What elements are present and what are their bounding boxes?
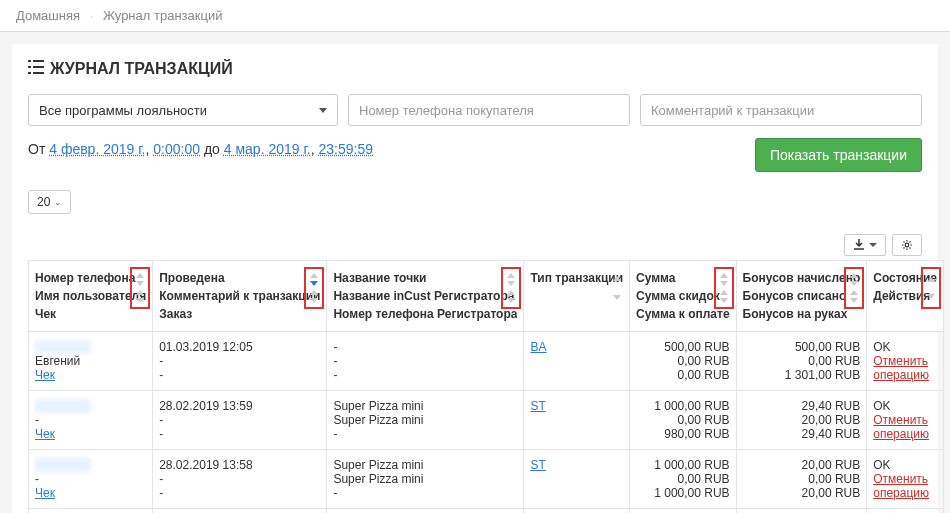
breadcrumb: Домашняя · Журнал транзакций — [0, 0, 950, 32]
chevron-down-icon: ⌄ — [54, 197, 62, 207]
sum-discount: 0,00 RUB — [636, 413, 730, 427]
from-time-link[interactable]: 0:00:00 — [153, 141, 200, 157]
bonus-accrued: 29,40 RUB — [743, 399, 861, 413]
col-bonus[interactable]: Бонусов начисленоБонусов списаноБонусов … — [736, 261, 867, 332]
bonus-accrued: 20,00 RUB — [743, 458, 861, 472]
bonus-balance: 29,40 RUB — [743, 427, 861, 441]
bonus-spent: 20,00 RUB — [743, 413, 861, 427]
col-phone[interactable]: Номер телефонаИмя пользователяЧек — [29, 261, 153, 332]
svg-rect-0 — [28, 60, 31, 62]
svg-rect-3 — [33, 66, 44, 68]
registrar-name: Super Pizza mini — [333, 472, 517, 486]
bonus-balance: 20,00 RUB — [743, 486, 861, 500]
table-row: ************ Евгений Чек 01.03.2019 12:0… — [29, 332, 944, 391]
sum-total: 500,00 RUB — [636, 340, 730, 354]
sort-indicator[interactable] — [921, 267, 941, 309]
phone-masked: ************ — [35, 458, 91, 472]
sort-indicator[interactable] — [304, 267, 324, 309]
bonus-spent: 0,00 RUB — [743, 354, 861, 368]
show-transactions-button[interactable]: Показать транзакции — [755, 138, 922, 172]
settings-button[interactable] — [892, 234, 922, 256]
from-date-link[interactable]: 4 февр. 2019 г. — [49, 141, 145, 157]
bonus-accrued: 500,00 RUB — [743, 340, 861, 354]
to-date-link[interactable]: 4 мар. 2019 г. — [224, 141, 311, 157]
sum-discount: 0,00 RUB — [636, 472, 730, 486]
table-row: ************ Галина Чек 22.02.2019 10:10… — [29, 509, 944, 514]
svg-point-6 — [905, 243, 909, 247]
tx-date: 28.02.2019 13:58 — [159, 458, 320, 472]
sum-total: 1 000,00 RUB — [636, 399, 730, 413]
chevron-down-icon — [319, 108, 327, 113]
loyalty-program-select[interactable]: Все программы лояльности — [28, 94, 338, 126]
col-sum[interactable]: СуммаСумма скидокСумма к оплате — [630, 261, 737, 332]
list-icon — [28, 60, 44, 78]
page-size-select[interactable]: 20⌄ — [28, 190, 71, 214]
svg-rect-2 — [28, 66, 31, 68]
point-name: Super Pizza mini — [333, 458, 517, 472]
check-link[interactable]: Чек — [35, 427, 55, 441]
registrar-name: Super Pizza mini — [333, 413, 517, 427]
point-name: - — [333, 340, 517, 354]
point-name: Super Pizza mini — [333, 399, 517, 413]
sort-indicator[interactable] — [714, 267, 734, 309]
tx-order: - — [159, 486, 320, 500]
sort-indicator[interactable] — [607, 267, 627, 309]
cancel-operation-link[interactable]: Отменить операцию — [873, 472, 929, 500]
tx-date: 28.02.2019 13:59 — [159, 399, 320, 413]
col-state[interactable]: СостояниеДействия — [867, 261, 944, 332]
tx-comment: - — [159, 354, 320, 368]
registrar-phone: - — [333, 486, 517, 500]
tx-type-link[interactable]: ST — [530, 458, 545, 472]
download-button[interactable] — [844, 234, 886, 256]
phone-masked: ************ — [35, 399, 91, 413]
tx-date: 01.03.2019 12:05 — [159, 340, 320, 354]
registrar-phone: - — [333, 368, 517, 382]
bonus-balance: 1 301,00 RUB — [743, 368, 861, 382]
tx-type-link[interactable]: BA — [530, 340, 546, 354]
comment-filter-input[interactable] — [651, 103, 911, 118]
cancel-operation-link[interactable]: Отменить операцию — [873, 413, 929, 441]
chevron-down-icon — [869, 243, 877, 247]
bonus-spent: 0,00 RUB — [743, 472, 861, 486]
col-type[interactable]: Тип транзакции — [524, 261, 630, 332]
state-label: OK — [873, 340, 937, 354]
table-row: ************ - Чек 28.02.2019 13:58 - - … — [29, 450, 944, 509]
state-label: OK — [873, 458, 937, 472]
tx-type-link[interactable]: ST — [530, 399, 545, 413]
tx-order: - — [159, 368, 320, 382]
to-time-link[interactable]: 23:59:59 — [319, 141, 374, 157]
page-title: ЖУРНАЛ ТРАНЗАКЦИЙ — [28, 60, 922, 78]
user-name: Евгений — [35, 354, 80, 368]
sort-indicator[interactable] — [844, 267, 864, 309]
sort-indicator[interactable] — [130, 267, 150, 309]
sum-topay: 0,00 RUB — [636, 368, 730, 382]
tx-order: - — [159, 427, 320, 441]
col-date[interactable]: ПроведенаКомментарий к транзакцииЗаказ — [153, 261, 327, 332]
tx-comment: - — [159, 472, 320, 486]
sum-discount: 0,00 RUB — [636, 354, 730, 368]
sort-indicator[interactable] — [501, 267, 521, 309]
check-link[interactable]: Чек — [35, 486, 55, 500]
state-label: OK — [873, 399, 937, 413]
svg-rect-1 — [33, 60, 44, 62]
cancel-operation-link[interactable]: Отменить операцию — [873, 354, 929, 382]
svg-rect-5 — [33, 72, 44, 74]
transactions-table: Номер телефонаИмя пользователяЧек Провед… — [28, 260, 944, 513]
table-row: ************ - Чек 28.02.2019 13:59 - - … — [29, 391, 944, 450]
col-point[interactable]: Название точкиНазвание inCust Регистрато… — [327, 261, 524, 332]
sum-topay: 980,00 RUB — [636, 427, 730, 441]
svg-rect-4 — [28, 72, 31, 74]
registrar-phone: - — [333, 427, 517, 441]
sum-total: 1 000,00 RUB — [636, 458, 730, 472]
phone-masked: ************ — [35, 340, 91, 354]
date-range: От 4 февр. 2019 г., 0:00:00 до 4 мар. 20… — [28, 141, 373, 157]
sum-topay: 1 000,00 RUB — [636, 486, 730, 500]
registrar-name: - — [333, 354, 517, 368]
phone-filter-input[interactable] — [359, 103, 619, 118]
breadcrumb-home[interactable]: Домашняя — [16, 8, 80, 23]
tx-comment: - — [159, 413, 320, 427]
breadcrumb-current: Журнал транзакций — [103, 8, 223, 23]
check-link[interactable]: Чек — [35, 368, 55, 382]
